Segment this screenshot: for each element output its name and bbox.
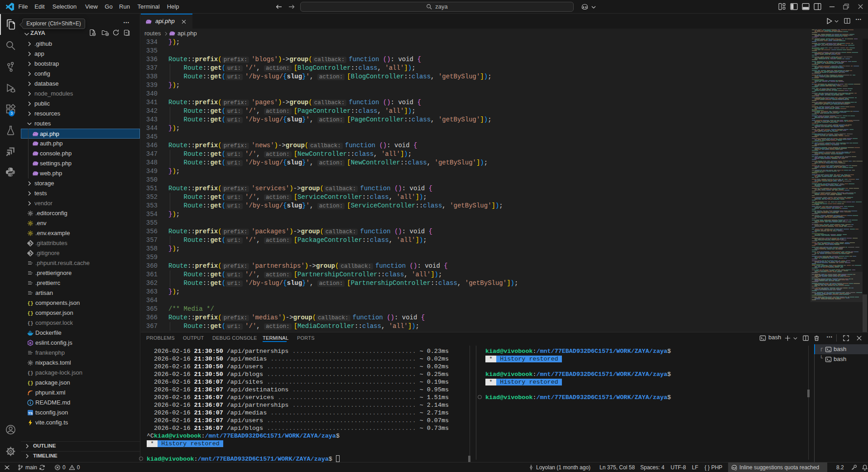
svg-text:TS: TS <box>28 411 33 415</box>
svg-text:{}: {} <box>27 371 33 376</box>
svg-text:{}: {} <box>27 301 33 306</box>
svg-text:{}: {} <box>27 321 33 326</box>
svg-text:{}: {} <box>27 311 33 316</box>
svg-text:{}: {} <box>27 380 33 386</box>
